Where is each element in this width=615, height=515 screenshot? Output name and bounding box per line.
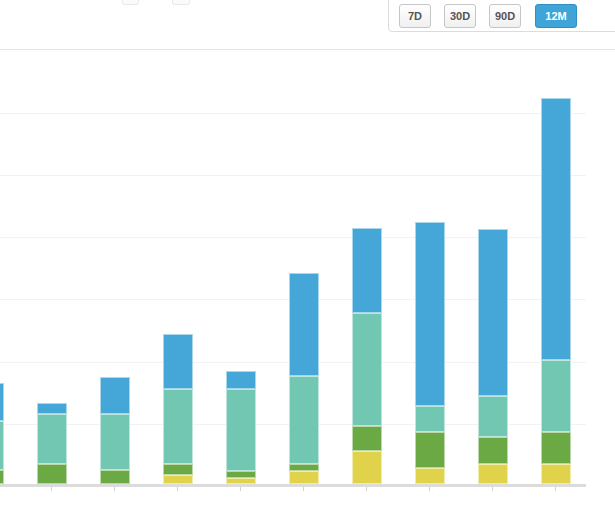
range-button-90d[interactable]: 90D [489, 4, 521, 28]
bar-9-segment-blue[interactable] [478, 229, 508, 396]
bar-4-segment-yellow[interactable] [163, 475, 193, 484]
x-axis-tick [303, 487, 304, 491]
bar-9-segment-green[interactable] [478, 437, 508, 464]
bar-8-segment-teal[interactable] [415, 406, 445, 432]
bar-8-segment-yellow[interactable] [415, 468, 445, 484]
bar-4-segment-green[interactable] [163, 464, 193, 475]
bar-7-segment-yellow[interactable] [352, 451, 382, 484]
bar-8-segment-blue[interactable] [415, 222, 445, 406]
bar-4-segment-blue[interactable] [163, 334, 193, 389]
bar-2-segment-blue[interactable] [37, 403, 67, 415]
range-button-7d[interactable]: 7D [399, 4, 431, 28]
x-axis-tick [555, 487, 556, 491]
plot-area [0, 50, 615, 515]
bar-2-segment-teal[interactable] [37, 414, 67, 464]
x-axis-tick [429, 487, 430, 491]
bar-5-segment-teal[interactable] [226, 389, 256, 471]
range-button-panel: 7D 30D 90D 12M [388, 0, 615, 32]
x-axis-tick [240, 487, 241, 491]
cropped-tab-remnant [172, 0, 190, 5]
bar-7-segment-teal[interactable] [352, 313, 382, 426]
bar-6-segment-yellow[interactable] [289, 471, 319, 484]
bar-4-segment-teal[interactable] [163, 389, 193, 464]
y-gridline [0, 175, 586, 176]
bar-9-segment-teal[interactable] [478, 396, 508, 437]
x-axis-tick [51, 487, 52, 491]
bar-3-segment-blue[interactable] [100, 377, 130, 414]
bar-10-segment-yellow[interactable] [541, 464, 571, 484]
bar-6-segment-green[interactable] [289, 464, 319, 471]
bar-3-segment-green[interactable] [100, 470, 130, 484]
cropped-tab-remnant [122, 0, 139, 5]
bar-7-segment-blue[interactable] [352, 228, 382, 313]
bar-10-segment-blue[interactable] [541, 98, 571, 360]
y-gridline [0, 113, 586, 114]
x-axis-line [0, 484, 586, 487]
x-axis-tick [366, 487, 367, 491]
bar-5-segment-blue[interactable] [226, 371, 256, 389]
bar-5-segment-yellow[interactable] [226, 478, 256, 484]
bar-9-segment-yellow[interactable] [478, 464, 508, 484]
stacked-bar-chart [0, 50, 615, 515]
bar-1-segment-teal[interactable] [0, 421, 4, 470]
bar-10-segment-teal[interactable] [541, 360, 571, 433]
bar-2-segment-green[interactable] [37, 464, 67, 484]
x-axis-tick [177, 487, 178, 491]
bar-5-segment-green[interactable] [226, 471, 256, 478]
x-axis-tick [114, 487, 115, 491]
x-axis-tick [492, 487, 493, 491]
bar-1-segment-green[interactable] [0, 470, 4, 484]
range-button-30d[interactable]: 30D [444, 4, 476, 28]
range-button-12m[interactable]: 12M [535, 4, 577, 28]
bar-10-segment-green[interactable] [541, 432, 571, 464]
bar-6-segment-blue[interactable] [289, 273, 319, 377]
bar-7-segment-green[interactable] [352, 426, 382, 451]
bar-1-segment-blue[interactable] [0, 383, 4, 421]
bar-8-segment-green[interactable] [415, 432, 445, 468]
bar-3-segment-teal[interactable] [100, 414, 130, 470]
bar-6-segment-teal[interactable] [289, 376, 319, 464]
